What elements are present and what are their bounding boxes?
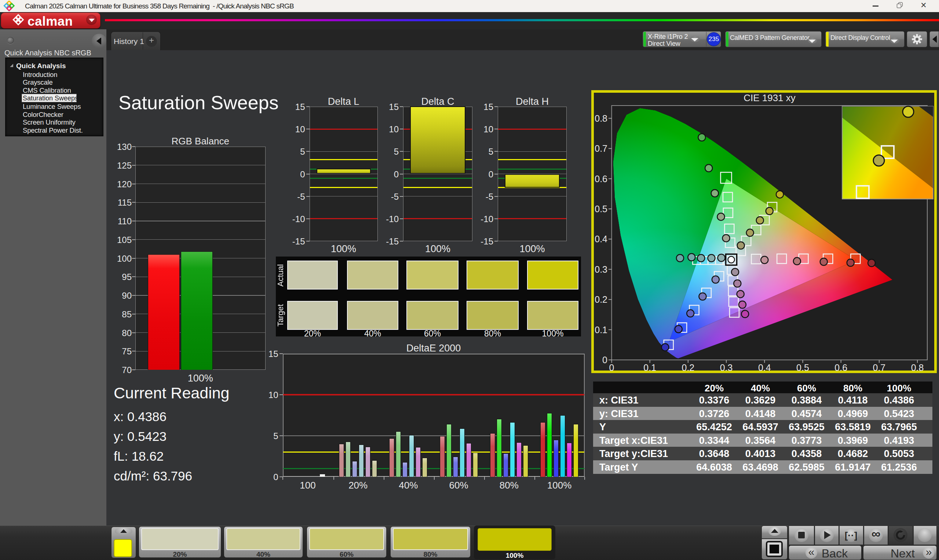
svg-text:0.4: 0.4 [595,234,607,244]
svg-text:0.2: 0.2 [682,363,695,373]
svg-text:0.5: 0.5 [595,204,607,214]
svg-text:0.1: 0.1 [643,363,656,373]
svg-text:0.5: 0.5 [796,363,809,373]
svg-text:0.6: 0.6 [834,363,847,373]
svg-text:0.4: 0.4 [758,363,771,373]
svg-text:0.8: 0.8 [911,363,924,373]
svg-text:0.7: 0.7 [873,363,886,373]
svg-text:0.3: 0.3 [595,264,607,274]
svg-text:0: 0 [609,363,614,373]
svg-text:0.3: 0.3 [720,363,733,373]
svg-text:0.1: 0.1 [595,325,607,335]
svg-text:CIE 1931 xy: CIE 1931 xy [743,92,796,103]
svg-text:0.6: 0.6 [595,174,607,184]
svg-text:0.7: 0.7 [595,143,607,154]
svg-text:0.8: 0.8 [595,113,607,123]
svg-text:0: 0 [602,355,607,365]
svg-text:0.2: 0.2 [595,294,607,305]
